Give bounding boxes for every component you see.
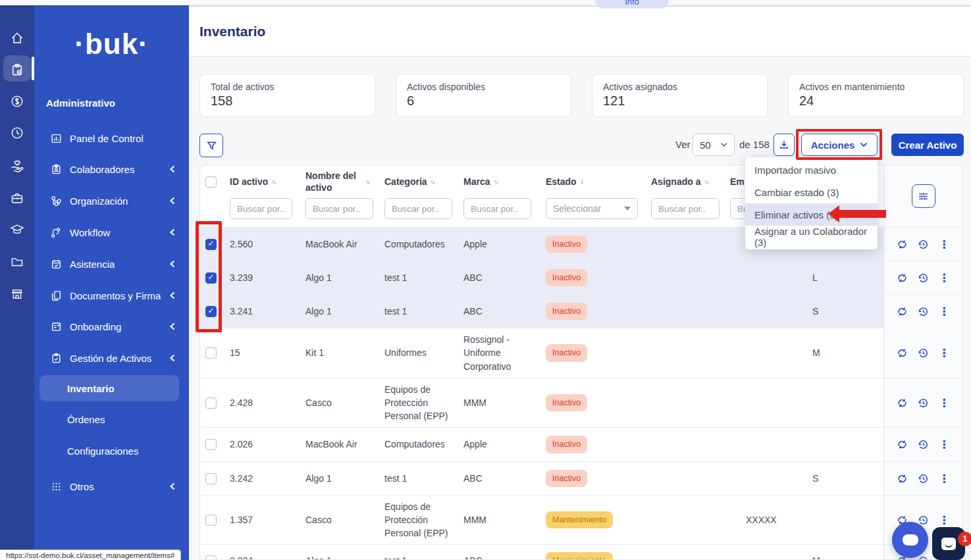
- row-checkbox[interactable]: [205, 473, 217, 484]
- cell-category: test 1: [384, 462, 463, 495]
- stat-card-asignados: Activos asignados 121: [592, 74, 768, 117]
- history-button[interactable]: [918, 397, 929, 409]
- time-icon[interactable]: [0, 120, 34, 146]
- change-state-button[interactable]: [897, 347, 908, 359]
- sidebar-item-workflow[interactable]: Workflow: [34, 223, 189, 242]
- row-checkbox[interactable]: [205, 439, 217, 450]
- education-icon[interactable]: [0, 216, 34, 243]
- annotation-box-checkboxes: [196, 221, 222, 332]
- row-menu-button[interactable]: ⋮: [939, 346, 950, 360]
- cell-asset-name: Casco: [305, 496, 384, 544]
- page-size-select[interactable]: 50: [693, 134, 735, 156]
- cell-em: [730, 295, 793, 328]
- sidebar-item-organizacion[interactable]: Organización: [34, 191, 189, 210]
- sort-desc-icon[interactable]: ↓: [580, 176, 584, 187]
- column-settings-button[interactable]: [912, 184, 935, 208]
- menu-item-importador-masivo[interactable]: Importador masivo: [745, 159, 878, 181]
- sidebar-subitem-configuraciones[interactable]: Configuraciones: [67, 445, 138, 457]
- change-state-button[interactable]: [897, 306, 908, 317]
- select-all-checkbox[interactable]: [205, 176, 217, 188]
- sort-icon[interactable]: ↑↓: [271, 178, 275, 186]
- cell-status: Inactivo: [546, 462, 651, 495]
- actions-dropdown-menu: Importador masivo Cambiar estado (3) Eli…: [745, 157, 878, 249]
- history-button[interactable]: [918, 439, 929, 450]
- stat-value: 24: [799, 93, 953, 109]
- filter-status-select[interactable]: Seleccionar: [546, 198, 638, 219]
- sidebar-item-colaboradores[interactable]: Colaboradores: [34, 160, 189, 178]
- row-checkbox[interactable]: [205, 347, 217, 359]
- cell-asset-id: 3.242: [230, 462, 305, 495]
- chat-launcher-button[interactable]: [892, 522, 928, 558]
- status-badge: Mantenimiento: [546, 511, 613, 528]
- asset-management-icon[interactable]: [0, 57, 34, 83]
- filter-category-input[interactable]: [384, 198, 452, 219]
- home-icon[interactable]: [0, 25, 34, 51]
- annotation-box-actions: [796, 129, 882, 160]
- row-checkbox[interactable]: [205, 397, 217, 409]
- chevron-down-icon: [720, 142, 727, 147]
- filter-button[interactable]: [199, 134, 223, 157]
- onboarding-icon: [50, 321, 62, 332]
- funnel-icon: [206, 140, 217, 151]
- menu-item-asignar-colaborador[interactable]: Asignar a un Colaborador (3): [745, 226, 878, 248]
- change-state-button[interactable]: [897, 397, 908, 409]
- menu-item-cambiar-estado[interactable]: Cambiar estado (3): [745, 181, 878, 203]
- history-button[interactable]: [918, 347, 929, 359]
- cell-brand: ABC: [463, 545, 546, 560]
- sort-icon[interactable]: ↑↓: [431, 178, 434, 186]
- benefits-icon[interactable]: [0, 153, 34, 180]
- history-button[interactable]: [918, 272, 929, 284]
- row-menu-button[interactable]: ⋮: [939, 271, 950, 285]
- table-row: 2.428CascoEquipos de Protección Personal…: [200, 378, 885, 427]
- cell-category: test 1: [384, 261, 463, 294]
- sidebar-item-documentos-y-firma[interactable]: Documentos y Firma: [34, 286, 189, 305]
- table-row: 3.242Algo 1test 1ABCInactivoS: [200, 461, 885, 495]
- row-menu-button[interactable]: ⋮: [939, 396, 950, 410]
- row-menu-button[interactable]: ⋮: [939, 472, 950, 486]
- create-asset-button[interactable]: Crear Activo: [891, 134, 964, 156]
- sidebar-subitem-ordenes[interactable]: Órdenes: [67, 414, 105, 425]
- cell-brand: Apple: [463, 228, 546, 261]
- payroll-icon[interactable]: [0, 88, 34, 115]
- cell-category: Computadores: [384, 428, 463, 461]
- row-menu-button[interactable]: ⋮: [939, 513, 950, 527]
- row-menu-button[interactable]: ⋮: [939, 238, 950, 251]
- row-checkbox[interactable]: [205, 515, 217, 526]
- history-button[interactable]: [918, 473, 929, 484]
- filter-id-input[interactable]: [230, 198, 292, 219]
- chevron-left-icon: [169, 354, 176, 362]
- row-checkbox[interactable]: [205, 555, 217, 560]
- sidebar-item-panel-de-control[interactable]: Panel de Control: [34, 129, 189, 147]
- row-menu-button[interactable]: ⋮: [939, 438, 950, 451]
- checkbox-cell: [200, 496, 230, 544]
- filter-assigned-input[interactable]: [651, 198, 720, 219]
- sort-icon[interactable]: ↑↓: [493, 178, 497, 186]
- cell-assigned-to: [651, 462, 730, 495]
- change-state-button[interactable]: [897, 239, 908, 250]
- cell-asset-name: Casco: [305, 378, 384, 427]
- sidebar-item-asistencia[interactable]: Asistencia: [34, 255, 189, 273]
- total-count-label: de 158: [739, 139, 770, 150]
- row-actions: ⋮: [884, 261, 962, 294]
- history-button[interactable]: [918, 306, 929, 317]
- history-button[interactable]: [918, 239, 929, 250]
- row-menu-button[interactable]: ⋮: [939, 305, 950, 318]
- sidebar-item-otros[interactable]: Otros: [34, 477, 189, 496]
- history-button[interactable]: [918, 555, 929, 560]
- filter-brand-input[interactable]: [463, 198, 531, 219]
- sidebar-item-onboarding[interactable]: Onboarding: [34, 317, 189, 336]
- change-state-button[interactable]: [897, 439, 908, 450]
- sort-icon[interactable]: ↑↓: [704, 178, 708, 186]
- marketplace-icon[interactable]: [0, 281, 34, 307]
- cell-status: Mantenimiento: [546, 545, 651, 560]
- sidebar-subitem-inventario[interactable]: Inventario: [39, 375, 179, 401]
- cell-asset-name: Algo 1: [305, 261, 384, 294]
- sidebar-item-gestion-de-activos[interactable]: Gestión de Activos: [34, 349, 189, 367]
- filter-name-input[interactable]: [305, 198, 373, 219]
- folder-icon[interactable]: [0, 249, 34, 275]
- sort-icon[interactable]: ↑↓: [365, 178, 369, 186]
- change-state-button[interactable]: [897, 473, 908, 484]
- culture-icon[interactable]: [0, 185, 34, 211]
- change-state-button[interactable]: [897, 272, 908, 284]
- download-button[interactable]: [774, 134, 795, 156]
